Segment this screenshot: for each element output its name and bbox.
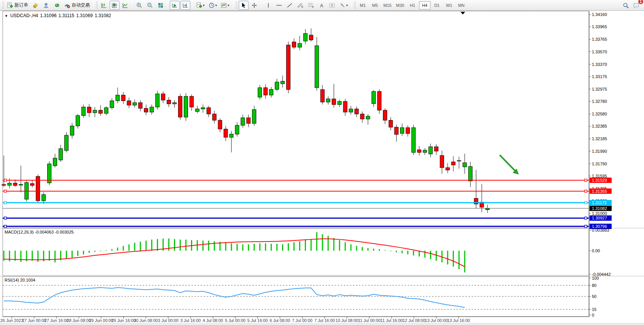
candle[interactable] bbox=[269, 90, 273, 95]
line-handle[interactable] bbox=[585, 179, 587, 181]
candle[interactable] bbox=[326, 99, 330, 102]
periods-button[interactable]: ▾ bbox=[207, 1, 219, 10]
candle[interactable] bbox=[150, 107, 154, 112]
candle[interactable] bbox=[212, 114, 216, 120]
candle[interactable] bbox=[121, 95, 125, 101]
candle[interactable] bbox=[201, 108, 205, 109]
auto-scroll-button[interactable] bbox=[170, 1, 180, 10]
candle[interactable] bbox=[167, 100, 171, 104]
candlestick-chart-button[interactable] bbox=[110, 1, 120, 10]
candle[interactable] bbox=[81, 107, 85, 115]
candle[interactable] bbox=[184, 96, 188, 117]
candle[interactable] bbox=[440, 155, 444, 168]
candle[interactable] bbox=[235, 125, 239, 134]
cursor-tool-button[interactable] bbox=[239, 1, 249, 10]
chart-shift-button[interactable] bbox=[180, 1, 190, 10]
zoom-out-button[interactable] bbox=[145, 1, 155, 10]
line-handle[interactable] bbox=[585, 225, 587, 227]
timeframe-button-M30[interactable]: M30 bbox=[394, 1, 406, 10]
candle[interactable] bbox=[161, 94, 165, 100]
candle[interactable] bbox=[451, 162, 455, 165]
chart-canvas[interactable]: 1.341601.339651.337651.335701.333701.331… bbox=[0, 0, 644, 325]
candle[interactable] bbox=[457, 160, 461, 161]
bar-chart-button[interactable] bbox=[99, 1, 109, 10]
candle[interactable] bbox=[423, 150, 427, 152]
candle[interactable] bbox=[378, 91, 381, 110]
candle[interactable] bbox=[389, 120, 393, 127]
candle[interactable] bbox=[224, 129, 228, 137]
horizontal-line-tool-button[interactable] bbox=[274, 1, 284, 10]
search-button[interactable] bbox=[621, 1, 631, 10]
candle[interactable] bbox=[252, 110, 256, 123]
candle[interactable] bbox=[230, 134, 233, 137]
candle[interactable] bbox=[281, 81, 285, 84]
line-handle[interactable] bbox=[4, 190, 6, 192]
candle[interactable] bbox=[241, 118, 245, 125]
candle[interactable] bbox=[406, 128, 410, 133]
text-tool-button[interactable]: A bbox=[317, 1, 327, 10]
candle[interactable] bbox=[173, 102, 177, 104]
candle[interactable] bbox=[275, 82, 279, 90]
toolbar-grip[interactable] bbox=[2, 2, 4, 9]
candle[interactable] bbox=[207, 108, 210, 114]
candle[interactable] bbox=[87, 107, 91, 113]
candle[interactable] bbox=[303, 34, 307, 41]
timeframe-button-M15[interactable]: M15 bbox=[381, 1, 393, 10]
candle[interactable] bbox=[309, 35, 313, 40]
new-order-button[interactable]: 新订单 bbox=[5, 1, 30, 10]
candle[interactable] bbox=[292, 42, 296, 47]
fibonacci-tool-button[interactable]: F bbox=[306, 1, 316, 10]
candle[interactable] bbox=[320, 90, 324, 102]
candle[interactable] bbox=[287, 45, 290, 90]
candle[interactable] bbox=[8, 183, 11, 186]
line-handle[interactable] bbox=[4, 179, 6, 181]
candle[interactable] bbox=[178, 96, 182, 117]
equidistant-channel-tool-button[interactable]: E bbox=[295, 1, 305, 10]
candle[interactable] bbox=[190, 96, 193, 107]
timeframe-button-W1[interactable]: W1 bbox=[443, 1, 455, 10]
candle[interactable] bbox=[264, 88, 268, 95]
profile-button[interactable] bbox=[41, 1, 51, 10]
toolbar-grip[interactable] bbox=[354, 2, 356, 9]
candle[interactable] bbox=[383, 110, 387, 120]
candle[interactable] bbox=[144, 108, 148, 112]
toolbar-grip[interactable] bbox=[236, 2, 238, 9]
candle[interactable] bbox=[139, 102, 142, 108]
line-handle[interactable] bbox=[585, 190, 587, 192]
candle[interactable] bbox=[332, 99, 336, 104]
candle[interactable] bbox=[429, 147, 432, 154]
candle[interactable] bbox=[53, 158, 57, 166]
candle[interactable] bbox=[434, 147, 438, 151]
trendline-tool-button[interactable] bbox=[285, 1, 295, 10]
candle[interactable] bbox=[13, 183, 17, 186]
candle[interactable] bbox=[372, 91, 376, 104]
vertical-line-tool-button[interactable] bbox=[263, 1, 273, 10]
candle[interactable] bbox=[64, 135, 68, 150]
line-handle[interactable] bbox=[4, 202, 6, 204]
candle[interactable] bbox=[133, 102, 137, 105]
candle[interactable] bbox=[127, 101, 131, 105]
arrows-tool-button[interactable]: ▾ bbox=[338, 1, 350, 10]
candle[interactable] bbox=[463, 163, 467, 167]
candle[interactable] bbox=[417, 150, 421, 152]
candle[interactable] bbox=[19, 184, 23, 185]
candle[interactable] bbox=[366, 116, 370, 119]
candle[interactable] bbox=[195, 109, 199, 112]
candle[interactable] bbox=[486, 208, 489, 210]
notifications-button[interactable]: 1 bbox=[631, 1, 641, 10]
line-handle[interactable] bbox=[4, 217, 6, 219]
candle[interactable] bbox=[93, 110, 97, 113]
candle[interactable] bbox=[116, 95, 120, 101]
candle[interactable] bbox=[258, 88, 262, 97]
candle[interactable] bbox=[298, 43, 301, 47]
line-handle[interactable] bbox=[585, 202, 587, 204]
line-handle[interactable] bbox=[585, 217, 587, 219]
timeframe-button-D1[interactable]: D1 bbox=[431, 1, 443, 10]
candle[interactable] bbox=[446, 168, 450, 170]
candle[interactable] bbox=[315, 46, 319, 88]
market-watch-button[interactable] bbox=[30, 1, 40, 10]
candle[interactable] bbox=[343, 101, 347, 112]
line-handle[interactable] bbox=[4, 225, 6, 227]
text-label-tool-button[interactable]: T bbox=[327, 1, 337, 10]
candle[interactable] bbox=[70, 126, 74, 135]
